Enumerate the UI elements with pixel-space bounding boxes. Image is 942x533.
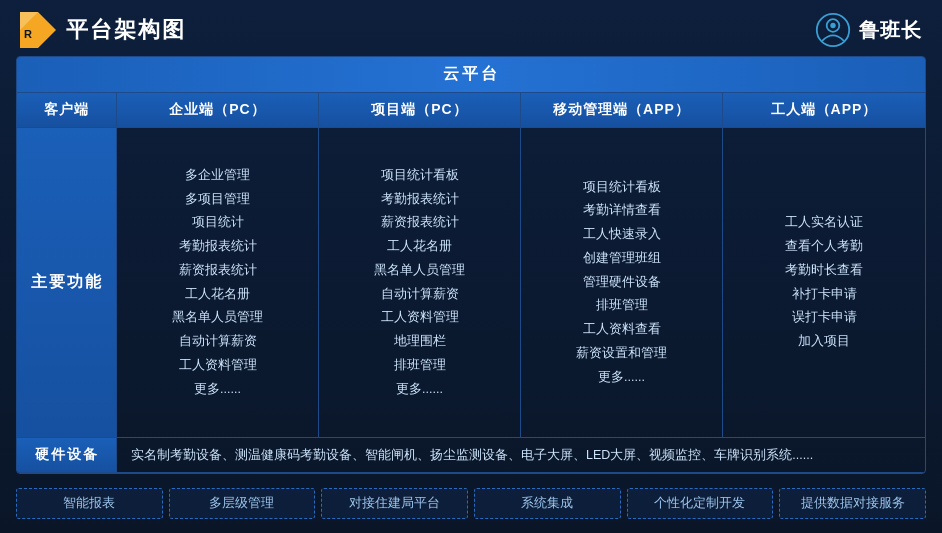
mobile-item: 管理硬件设备 bbox=[583, 271, 661, 295]
enterprise-item: 考勤报表统计 bbox=[179, 235, 257, 259]
mobile-item: 项目统计看板 bbox=[583, 176, 661, 200]
col-header-client: 客户端 bbox=[17, 93, 117, 127]
project-item: 地理围栏 bbox=[394, 330, 446, 354]
worker-item: 查看个人考勤 bbox=[785, 235, 863, 259]
enterprise-item: 项目统计 bbox=[192, 211, 244, 235]
mobile-item: 工人快速录入 bbox=[583, 223, 661, 247]
project-item: 工人资料管理 bbox=[381, 306, 459, 330]
project-item: 薪资报表统计 bbox=[381, 211, 459, 235]
col-header-enterprise: 企业端（PC） bbox=[117, 93, 319, 127]
mobile-item: 薪资设置和管理 bbox=[576, 342, 667, 366]
enterprise-item: 多项目管理 bbox=[185, 188, 250, 212]
mobile-item: 排班管理 bbox=[596, 294, 648, 318]
enterprise-item: 多企业管理 bbox=[185, 164, 250, 188]
enterprise-item: 黑名单人员管理 bbox=[172, 306, 263, 330]
enterprise-cell: 多企业管理多项目管理项目统计考勤报表统计薪资报表统计工人花名册黑名单人员管理自动… bbox=[117, 128, 319, 437]
col-header-project: 项目端（PC） bbox=[319, 93, 521, 127]
col-header-worker: 工人端（APP） bbox=[723, 93, 925, 127]
brand-name: 鲁班长 bbox=[859, 17, 922, 44]
worker-item: 工人实名认证 bbox=[785, 211, 863, 235]
cloud-label: 云平台 bbox=[443, 65, 500, 82]
main-function-label: 主要功能 bbox=[17, 128, 117, 437]
project-item: 黑名单人员管理 bbox=[374, 259, 465, 283]
feature-item: 对接住建局平台 bbox=[321, 488, 468, 519]
header: R 平台架构图 鲁班长 bbox=[16, 12, 926, 48]
worker-cell: 工人实名认证查看个人考勤考勤时长查看补打卡申请误打卡申请加入项目 bbox=[723, 128, 925, 437]
brand-icon bbox=[815, 12, 851, 48]
project-item: 更多...... bbox=[396, 378, 443, 402]
worker-item: 考勤时长查看 bbox=[785, 259, 863, 283]
feature-item: 个性化定制开发 bbox=[627, 488, 774, 519]
mobile-cell: 项目统计看板考勤详情查看工人快速录入创建管理班组管理硬件设备排班管理工人资料查看… bbox=[521, 128, 723, 437]
page-wrapper: R 平台架构图 鲁班长 云平台 客户端 企业端（PC） 项目端（PC） 移动管理… bbox=[0, 0, 942, 533]
enterprise-item: 自动计算薪资 bbox=[179, 330, 257, 354]
project-item: 项目统计看板 bbox=[381, 164, 459, 188]
feature-item: 提供数据对接服务 bbox=[779, 488, 926, 519]
feature-item: 系统集成 bbox=[474, 488, 621, 519]
hardware-label: 硬件设备 bbox=[17, 438, 117, 472]
feature-item: 多层级管理 bbox=[169, 488, 316, 519]
logo-icon: R bbox=[20, 12, 56, 48]
mobile-item: 工人资料查看 bbox=[583, 318, 661, 342]
worker-item: 误打卡申请 bbox=[792, 306, 857, 330]
enterprise-item: 更多...... bbox=[194, 378, 241, 402]
mobile-item: 考勤详情查看 bbox=[583, 199, 661, 223]
features-row: 智能报表多层级管理对接住建局平台系统集成个性化定制开发提供数据对接服务 bbox=[16, 482, 926, 521]
project-item: 考勤报表统计 bbox=[381, 188, 459, 212]
col-header-mobile: 移动管理端（APP） bbox=[521, 93, 723, 127]
svg-text:R: R bbox=[24, 28, 32, 40]
main-table: 云平台 客户端 企业端（PC） 项目端（PC） 移动管理端（APP） 工人端（A… bbox=[16, 56, 926, 474]
hardware-row: 硬件设备 实名制考勤设备、测温健康码考勤设备、智能闸机、扬尘监测设备、电子大屏、… bbox=[17, 438, 925, 473]
project-cell: 项目统计看板考勤报表统计薪资报表统计工人花名册黑名单人员管理自动计算薪资工人资料… bbox=[319, 128, 521, 437]
svg-point-5 bbox=[830, 23, 835, 28]
enterprise-item: 薪资报表统计 bbox=[179, 259, 257, 283]
project-item: 排班管理 bbox=[394, 354, 446, 378]
hardware-content: 实名制考勤设备、测温健康码考勤设备、智能闸机、扬尘监测设备、电子大屏、LED大屏… bbox=[117, 438, 925, 472]
cloud-platform-row: 云平台 bbox=[17, 57, 925, 93]
enterprise-item: 工人花名册 bbox=[185, 283, 250, 307]
project-item: 工人花名册 bbox=[387, 235, 452, 259]
enterprise-item: 工人资料管理 bbox=[179, 354, 257, 378]
feature-item: 智能报表 bbox=[16, 488, 163, 519]
brand-logo: 鲁班长 bbox=[815, 12, 922, 48]
project-item: 自动计算薪资 bbox=[381, 283, 459, 307]
header-left: R 平台架构图 bbox=[20, 12, 186, 48]
page-title: 平台架构图 bbox=[66, 15, 186, 45]
mobile-item: 更多...... bbox=[598, 366, 645, 390]
worker-item: 加入项目 bbox=[798, 330, 850, 354]
worker-item: 补打卡申请 bbox=[792, 283, 857, 307]
column-headers: 客户端 企业端（PC） 项目端（PC） 移动管理端（APP） 工人端（APP） bbox=[17, 93, 925, 128]
main-content-row: 主要功能 多企业管理多项目管理项目统计考勤报表统计薪资报表统计工人花名册黑名单人… bbox=[17, 128, 925, 438]
mobile-item: 创建管理班组 bbox=[583, 247, 661, 271]
